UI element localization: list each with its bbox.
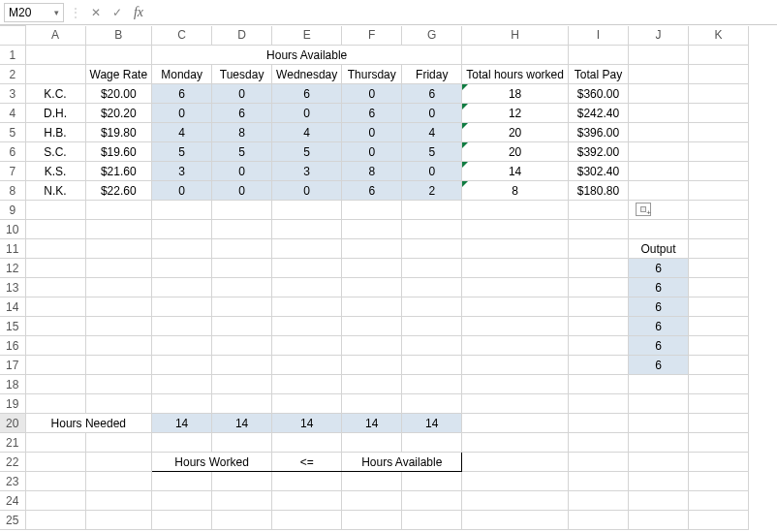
constraint-op[interactable]: <= xyxy=(272,453,342,472)
cell[interactable]: 3 xyxy=(272,162,342,181)
emp-wage[interactable]: $19.80 xyxy=(85,123,152,142)
row-header-12[interactable]: 12 xyxy=(0,259,25,278)
col-header-I[interactable]: I xyxy=(568,26,628,46)
header-tue[interactable]: Tuesday xyxy=(212,65,272,84)
emp-wage[interactable]: $21.60 xyxy=(85,162,152,181)
cell[interactable]: 3 xyxy=(152,162,212,181)
select-all-corner[interactable] xyxy=(0,26,25,46)
cell-total[interactable]: 20 xyxy=(462,123,569,142)
row-header-4[interactable]: 4 xyxy=(0,104,25,123)
hn-cell[interactable]: 14 xyxy=(272,414,342,433)
emp-wage[interactable]: $20.00 xyxy=(85,84,152,104)
cell-total[interactable]: 8 xyxy=(462,181,569,201)
row-header-7[interactable]: 7 xyxy=(0,162,25,181)
header-mon[interactable]: Monday xyxy=(152,65,212,84)
cell[interactable]: 0 xyxy=(402,104,462,123)
row-header-22[interactable]: 22 xyxy=(0,453,25,472)
cell-pay[interactable]: $180.80 xyxy=(568,181,628,201)
output-cell[interactable]: 6 xyxy=(628,317,688,336)
emp-name[interactable]: K.S. xyxy=(25,162,85,181)
name-box[interactable]: M20 ▾ xyxy=(4,3,64,22)
emp-wage[interactable]: $20.20 xyxy=(85,104,152,123)
row-header-16[interactable]: 16 xyxy=(0,336,25,356)
output-cell[interactable]: 6 xyxy=(628,259,688,278)
output-cell[interactable]: 6 xyxy=(628,297,688,317)
fx-icon[interactable]: fx xyxy=(130,4,147,21)
row-header-13[interactable]: 13 xyxy=(0,278,25,297)
cell[interactable]: 6 xyxy=(402,84,462,104)
cancel-icon[interactable]: ✕ xyxy=(87,4,105,21)
cell[interactable]: 4 xyxy=(272,123,342,142)
header-total-pay[interactable]: Total Pay xyxy=(568,65,628,84)
cell[interactable]: 8 xyxy=(342,162,402,181)
title-cell[interactable]: Hours Available xyxy=(152,46,462,65)
hn-cell[interactable]: 14 xyxy=(152,414,212,433)
col-header-H[interactable]: H xyxy=(462,26,569,46)
row-header-24[interactable]: 24 xyxy=(0,491,25,511)
header-thu[interactable]: Thursday xyxy=(342,65,402,84)
cell[interactable]: 0 xyxy=(342,123,402,142)
row-header-18[interactable]: 18 xyxy=(0,375,25,394)
emp-wage[interactable]: $19.60 xyxy=(85,142,152,162)
output-label[interactable]: Output xyxy=(628,239,688,259)
cell[interactable]: 0 xyxy=(212,162,272,181)
row-header-3[interactable]: 3 xyxy=(0,84,25,104)
cell-total[interactable]: 18 xyxy=(462,84,569,104)
header-wage[interactable]: Wage Rate xyxy=(85,65,152,84)
row-header-17[interactable]: 17 xyxy=(0,356,25,375)
cell-pay[interactable]: $396.00 xyxy=(568,123,628,142)
col-header-D[interactable]: D xyxy=(212,26,272,46)
cell[interactable]: 0 xyxy=(272,104,342,123)
cell[interactable]: 6 xyxy=(342,181,402,201)
spreadsheet-grid[interactable]: A B C D E F G H I J K 1 Hours Available … xyxy=(0,25,777,530)
cell[interactable]: 6 xyxy=(212,104,272,123)
row-header-9[interactable]: 9 xyxy=(0,201,25,220)
col-header-B[interactable]: B xyxy=(85,26,152,46)
emp-wage[interactable]: $22.60 xyxy=(85,181,152,201)
cell[interactable]: 0 xyxy=(342,84,402,104)
emp-name[interactable]: N.K. xyxy=(25,181,85,201)
cell[interactable]: 5 xyxy=(212,142,272,162)
row-header-20[interactable]: 20 xyxy=(0,414,25,433)
col-header-J[interactable]: J xyxy=(628,26,688,46)
cell[interactable]: 0 xyxy=(402,162,462,181)
cell-pay[interactable]: $242.40 xyxy=(568,104,628,123)
cell[interactable]: 6 xyxy=(342,104,402,123)
cell[interactable]: 5 xyxy=(272,142,342,162)
cell[interactable]: 5 xyxy=(152,142,212,162)
cell-total[interactable]: 20 xyxy=(462,142,569,162)
cell-pay[interactable]: $392.00 xyxy=(568,142,628,162)
cell[interactable]: 0 xyxy=(212,84,272,104)
cell[interactable]: 0 xyxy=(212,181,272,201)
emp-name[interactable]: S.C. xyxy=(25,142,85,162)
col-header-E[interactable]: E xyxy=(272,26,342,46)
cell-pay[interactable]: $302.40 xyxy=(568,162,628,181)
cell[interactable]: 5 xyxy=(402,142,462,162)
formula-input[interactable] xyxy=(151,3,773,22)
row-header-2[interactable]: 2 xyxy=(0,65,25,84)
cell[interactable]: 0 xyxy=(152,181,212,201)
col-header-G[interactable]: G xyxy=(402,26,462,46)
row-header-8[interactable]: 8 xyxy=(0,181,25,201)
cell[interactable]: 0 xyxy=(152,104,212,123)
row-header-6[interactable]: 6 xyxy=(0,142,25,162)
hours-needed-label[interactable]: Hours Needed xyxy=(25,414,152,433)
cell[interactable]: 4 xyxy=(402,123,462,142)
col-header-C[interactable]: C xyxy=(152,26,212,46)
row-header-1[interactable]: 1 xyxy=(0,46,25,65)
output-cell[interactable]: 6 xyxy=(628,356,688,375)
output-cell[interactable]: 6 xyxy=(628,336,688,356)
cell[interactable]: 6 xyxy=(152,84,212,104)
hn-cell[interactable]: 14 xyxy=(342,414,402,433)
col-header-A[interactable]: A xyxy=(25,26,85,46)
cell-total[interactable]: 14 xyxy=(462,162,569,181)
cell[interactable]: 0 xyxy=(342,142,402,162)
header-total-hours[interactable]: Total hours worked xyxy=(462,65,569,84)
row-header-21[interactable]: 21 xyxy=(0,433,25,453)
constraint-right[interactable]: Hours Available xyxy=(342,453,462,472)
row-header-14[interactable]: 14 xyxy=(0,297,25,317)
row-header-23[interactable]: 23 xyxy=(0,472,25,491)
cell[interactable]: 4 xyxy=(152,123,212,142)
cell[interactable]: 6 xyxy=(272,84,342,104)
col-header-F[interactable]: F xyxy=(342,26,402,46)
